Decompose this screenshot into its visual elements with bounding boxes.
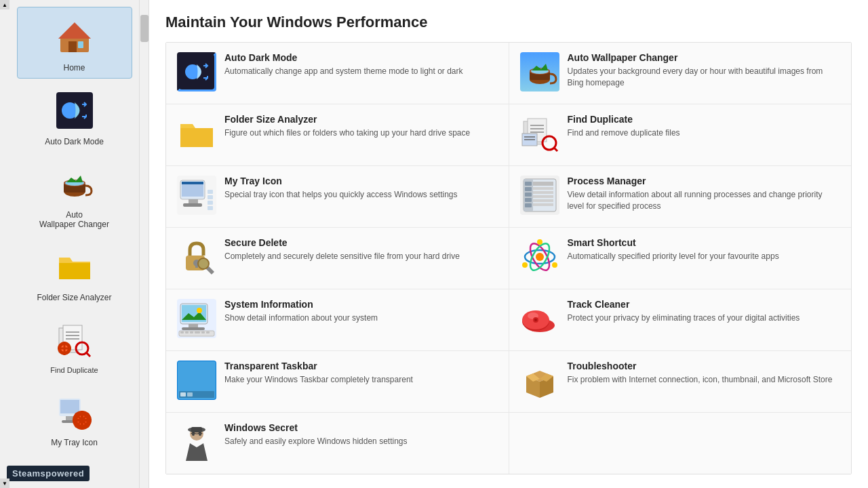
tool-folder-desc: Figure out which files or folders who ta…	[224, 127, 498, 139]
tool-item-empty	[509, 413, 852, 474]
tool-item-auto-wallpaper[interactable]: Auto Wallpaper Changer Updates your back…	[509, 43, 852, 104]
tool-folder-info: Folder Size Analyzer Figure out which fi…	[224, 114, 498, 139]
svg-rect-87	[182, 327, 205, 330]
svg-rect-92	[195, 331, 200, 333]
tool-item-process-mgr[interactable]: Process Manager View detail information …	[509, 166, 852, 227]
svg-point-81	[552, 262, 557, 268]
tool-win-secret-desc: Safely and easily explore Windows hidden…	[224, 436, 498, 447]
home-icon	[51, 13, 98, 60]
tool-sys-info-name: System Information	[224, 299, 498, 310]
tool-taskbar-name: Transparent Taskbar	[224, 361, 498, 371]
tool-item-auto-dark-mode[interactable]: Auto Dark Mode Automatically change app …	[166, 43, 509, 104]
tool-track-name: Track Cleaner	[568, 299, 841, 310]
tool-folder-icon	[177, 114, 216, 153]
page-title: Maintain Your Windows Performance	[165, 14, 852, 31]
tool-process-icon	[520, 176, 559, 215]
svg-rect-86	[189, 324, 198, 327]
sidebar-item-home[interactable]: Home	[17, 7, 132, 79]
sidebar-item-folder-size[interactable]: Folder Size Analyzer	[17, 237, 132, 308]
tool-track-info: Track Cleaner Protect your privacy by el…	[568, 299, 841, 324]
tool-process-name: Process Manager	[568, 176, 841, 186]
sidebar-wallpaper-label: AutoWallpaper Changer	[39, 210, 109, 229]
svg-rect-89	[180, 331, 184, 333]
svg-rect-53	[182, 182, 203, 184]
tools-row-0: Auto Dark Mode Automatically change app …	[166, 43, 851, 104]
tool-trouble-icon	[520, 361, 559, 400]
svg-point-80	[522, 262, 528, 268]
tool-win-secret-name: Windows Secret	[224, 422, 498, 433]
tool-smart-icon	[520, 237, 559, 277]
scrollbar-down-arrow[interactable]: ▼	[0, 479, 9, 488]
svg-rect-113	[191, 427, 202, 432]
find-dup-icon	[51, 316, 98, 363]
folder-size-icon	[51, 243, 98, 290]
svg-point-75	[536, 253, 544, 261]
tool-item-win-secret[interactable]: Windows Secret Safely and easily explore…	[166, 413, 509, 474]
tools-row-5: Transparent Taskbar Make your Windows Ta…	[166, 351, 851, 413]
sidebar: ▲ Home	[0, 0, 149, 488]
tool-process-info: Process Manager View detail information …	[568, 176, 841, 212]
tool-tray-icon	[177, 176, 216, 215]
steampowered-badge: Steamspowered	[7, 466, 90, 481]
tool-sys-info-desc: Show detail information about your syste…	[224, 312, 498, 324]
tool-item-sys-info[interactable]: System Information Show detail informati…	[166, 289, 509, 350]
sidebar-folder-size-label: Folder Size Analyzer	[37, 293, 111, 302]
tool-auto-dark-name: Auto Dark Mode	[224, 52, 498, 63]
svg-marker-38	[532, 64, 548, 70]
tool-win-secret-icon	[177, 422, 216, 462]
svg-rect-55	[208, 195, 213, 199]
sidebar-item-wallpaper[interactable]: AutoWallpaper Changer	[17, 155, 132, 235]
svg-rect-90	[185, 331, 189, 333]
tool-process-desc: View detail information about all runnin…	[568, 189, 841, 212]
scrollbar-thumb[interactable]	[140, 15, 149, 42]
svg-rect-67	[525, 187, 532, 191]
sidebar-item-find-dup[interactable]: Find Duplicate	[17, 310, 132, 380]
svg-rect-52	[183, 203, 202, 207]
sidebar-auto-dark-label: Auto Dark Mode	[45, 137, 104, 146]
tool-auto-dark-desc: Automatically change app and system them…	[224, 66, 498, 77]
svg-line-48	[554, 148, 557, 151]
tool-item-my-tray[interactable]: My Tray Icon Special tray icon that help…	[166, 166, 509, 227]
tools-row-4: System Information Show detail informati…	[166, 289, 851, 351]
tool-item-taskbar[interactable]: Transparent Taskbar Make your Windows Ta…	[166, 351, 509, 412]
tool-item-secure-del[interactable]: Secure Delete Completely and securely de…	[166, 228, 509, 289]
svg-point-85	[197, 308, 202, 313]
tool-secure-del-icon	[177, 237, 216, 277]
tool-find-dup-info: Find Duplicate Find and remove duplicate…	[568, 114, 841, 139]
tool-taskbar-info: Transparent Taskbar Make your Windows Ta…	[224, 361, 498, 386]
auto-dark-icon	[51, 87, 98, 134]
svg-rect-51	[189, 199, 198, 203]
svg-rect-2	[68, 41, 77, 52]
sidebar-home-label: Home	[63, 63, 85, 73]
svg-point-79	[537, 239, 542, 245]
svg-rect-93	[201, 331, 205, 333]
tool-item-smart-shortcut[interactable]: Smart Shortcut Automatically specified p…	[509, 228, 852, 289]
tool-trouble-desc: Fix problem with Internet connection, ic…	[568, 374, 841, 386]
tool-item-track-cleaner[interactable]: Track Cleaner Protect your privacy by el…	[509, 289, 852, 350]
svg-rect-57	[208, 206, 213, 210]
tool-trouble-info: Troubleshooter Fix problem with Internet…	[568, 361, 841, 386]
svg-rect-54	[208, 190, 213, 194]
tool-item-find-dup[interactable]: Find Duplicate Find and remove duplicate…	[509, 104, 852, 165]
tool-wallpaper-icon	[520, 52, 559, 92]
tool-win-secret-info: Windows Secret Safely and easily explore…	[224, 422, 498, 447]
tool-item-trouble[interactable]: Troubleshooter Fix problem with Internet…	[509, 351, 852, 412]
tool-auto-dark-icon	[177, 52, 216, 92]
sidebar-item-auto-dark[interactable]: Auto Dark Mode	[17, 81, 132, 152]
tools-row-1: Folder Size Analyzer Figure out which fi…	[166, 104, 851, 166]
svg-rect-56	[208, 201, 213, 205]
sidebar-my-tray-label: My Tray Icon	[51, 438, 98, 447]
scrollbar-up-arrow[interactable]: ▲	[0, 0, 9, 9]
svg-rect-69	[525, 198, 532, 202]
tool-trouble-name: Troubleshooter	[568, 361, 841, 371]
tool-item-folder-size[interactable]: Folder Size Analyzer Figure out which fi…	[166, 104, 509, 165]
sidebar-scroll: Home Auto Dark Mode	[0, 7, 149, 488]
tool-secure-del-info: Secure Delete Completely and securely de…	[224, 237, 498, 262]
sidebar-item-my-tray[interactable]: My Tray Icon	[17, 382, 132, 453]
tools-row-6: Windows Secret Safely and easily explore…	[166, 413, 851, 474]
tool-taskbar-icon	[177, 361, 216, 400]
tool-tray-desc: Special tray icon that helps you quickly…	[224, 189, 498, 201]
svg-rect-94	[206, 331, 210, 333]
main-content: Maintain Your Windows Performance Auto D…	[149, 0, 868, 488]
tool-find-dup-name: Find Duplicate	[568, 114, 841, 125]
